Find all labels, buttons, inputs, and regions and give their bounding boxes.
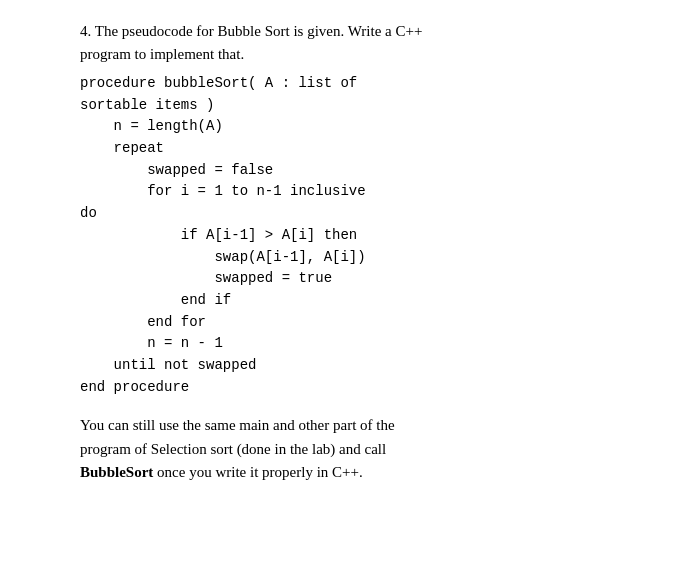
bold-bubbleSort: BubbleSort (80, 464, 153, 480)
page-container: 4. The pseudocode for Bubble Sort is giv… (0, 0, 700, 588)
pseudocode-block: procedure bubbleSort( A : list of sortab… (80, 73, 660, 398)
description-paragraph: You can still use the same main and othe… (80, 414, 660, 484)
question-intro: 4. The pseudocode for Bubble Sort is giv… (80, 20, 660, 65)
